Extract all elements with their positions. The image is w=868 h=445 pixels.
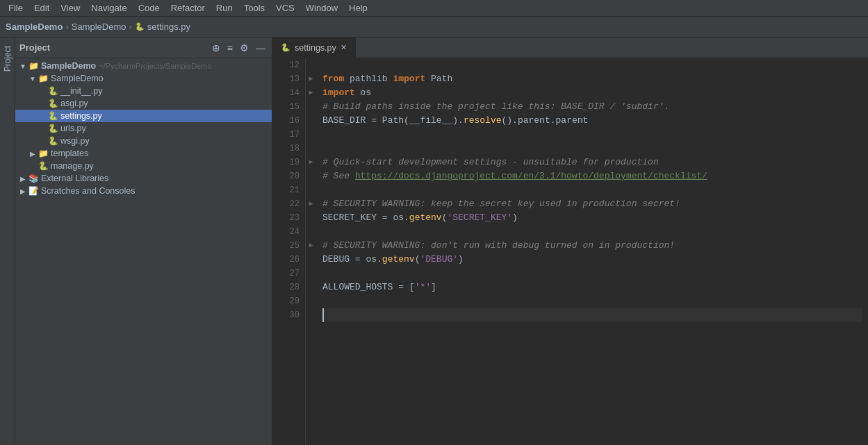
code-line-24 (322, 225, 862, 239)
menu-tools[interactable]: Tools (238, 1, 270, 15)
tree-label-wsgi: wsgi.py (60, 136, 90, 146)
minimize-icon[interactable]: — (254, 41, 268, 55)
tree-label-sampledemo-root: SampleDemo (41, 61, 96, 71)
tab-settings[interactable]: 🐍 settings.py ✕ (272, 37, 356, 58)
menu-help[interactable]: Help (343, 1, 373, 15)
tree-label-init: __init__.py (60, 86, 102, 96)
arrow-sampledemo-inner: ▼ (28, 75, 38, 83)
code-editor[interactable]: 12 13 14 15 16 17 18 19 20 21 22 23 24 2… (272, 58, 868, 445)
menu-vcs[interactable]: VCS (270, 1, 300, 15)
arrow-external: ▶ (18, 175, 28, 183)
menu-navigate[interactable]: Navigate (85, 1, 132, 15)
breadcrumb-folder[interactable]: SampleDemo (72, 22, 126, 32)
ln-17: 17 (278, 128, 300, 142)
code-line-25: # SECURITY WARNING: don't run with debug… (322, 239, 862, 253)
code-line-26: DEBUG = os.getenv('DEBUG') (322, 253, 862, 267)
gutter-15 (306, 100, 316, 114)
line-numbers: 12 13 14 15 16 17 18 19 20 21 22 23 24 2… (272, 58, 306, 445)
breadcrumb-file[interactable]: settings.py (147, 22, 190, 32)
tree-label-external: External Libraries (41, 174, 108, 183)
py-icon-wsgi: 🐍 (47, 136, 58, 146)
gutter-25: ▶ (306, 239, 316, 253)
tree-item-asgi[interactable]: 🐍 asgi.py (15, 97, 272, 110)
tree-item-settings[interactable]: 🐍 settings.py (15, 110, 272, 122)
menu-refactor[interactable]: Refactor (165, 1, 211, 15)
editor-area: 🐍 settings.py ✕ 12 13 14 15 16 17 18 19 … (272, 37, 868, 445)
side-tab-label[interactable]: Project (1, 40, 14, 77)
menu-file[interactable]: File (3, 1, 28, 15)
code-line-22: # SECURITY WARNING: keep the secret key … (322, 197, 862, 211)
py-icon-init: 🐍 (47, 86, 58, 96)
project-header-icons: ⊕ ≡ ⚙ — (210, 41, 268, 55)
gutter-18 (306, 142, 316, 156)
code-line-28: ALLOWED_HOSTS = ['*'] (322, 280, 862, 294)
breadcrumb-file-icon: 🐍 (135, 22, 145, 31)
code-line-30 (322, 308, 862, 322)
project-header: Project ⊕ ≡ ⚙ — (15, 37, 272, 58)
arrow-templates: ▶ (28, 150, 38, 158)
gutter-24 (306, 225, 316, 239)
ln-21: 21 (278, 183, 300, 197)
editor-tabs: 🐍 settings.py ✕ (272, 37, 868, 58)
tree-item-external-libs[interactable]: ▶ 📚 External Libraries (15, 172, 272, 185)
gutter-22: ▶ (306, 197, 316, 211)
ln-26: 26 (278, 253, 300, 267)
py-icon-urls: 🐍 (47, 124, 58, 133)
gutter-14: ▶ (306, 86, 316, 100)
project-tree: ▼ 📁 SampleDemo ~/PycharmProjects/SampleD… (15, 58, 272, 445)
gutter-21 (306, 183, 316, 197)
py-icon-asgi: 🐍 (47, 99, 58, 108)
main-area: Project Project ⊕ ≡ ⚙ — ▼ 📁 SampleDemo ~… (0, 37, 868, 445)
breadcrumb-project[interactable]: SampleDemo (6, 22, 63, 32)
gutter-12 (306, 58, 316, 72)
ln-30: 30 (278, 308, 300, 322)
side-tab[interactable]: Project (0, 37, 15, 445)
folder-icon-templates: 📁 (38, 149, 49, 158)
gutter-17 (306, 128, 316, 142)
menu-run[interactable]: Run (211, 1, 238, 15)
ln-22: 22 (278, 197, 300, 211)
tab-close-button[interactable]: ✕ (341, 43, 347, 52)
tree-item-manage[interactable]: 🐍 manage.py (15, 160, 272, 172)
ln-16: 16 (278, 114, 300, 128)
ln-23: 23 (278, 211, 300, 225)
tree-path: ~/PycharmProjects/SampleDemo (99, 62, 211, 70)
code-content[interactable]: from pathlib import Path import os # Bui… (317, 58, 868, 445)
menu-code[interactable]: Code (133, 1, 165, 15)
expand-icon[interactable]: ⊕ (210, 41, 222, 55)
code-line-29 (322, 294, 862, 308)
menu-view[interactable]: View (55, 1, 85, 15)
tab-label: settings.py (295, 43, 336, 53)
menu-window[interactable]: Window (300, 1, 343, 15)
gutter-29 (306, 294, 316, 308)
tree-label-manage: manage.py (51, 161, 94, 171)
tree-item-wsgi[interactable]: 🐍 wsgi.py (15, 135, 272, 147)
gutter-27 (306, 267, 316, 280)
settings-icon[interactable]: ⚙ (238, 41, 251, 55)
tree-item-sampledemo-root[interactable]: ▼ 📁 SampleDemo ~/PycharmProjects/SampleD… (15, 60, 272, 72)
arrow-sampledemo-root: ▼ (18, 62, 28, 70)
tree-item-scratches[interactable]: ▶ 📝 Scratches and Consoles (15, 185, 272, 197)
code-line-17 (322, 128, 862, 142)
code-line-21 (322, 183, 862, 197)
ln-24: 24 (278, 225, 300, 239)
code-line-20: # See https://docs.djangoproject.com/en/… (322, 169, 862, 183)
gutter-16 (306, 114, 316, 128)
code-line-19: # Quick-start development settings - uns… (322, 156, 862, 169)
gutter-30 (306, 308, 316, 322)
folder-icon-inner: 📁 (38, 74, 49, 83)
py-icon-manage: 🐍 (38, 161, 49, 171)
breadcrumb-sep-1: › (65, 22, 68, 32)
ln-15: 15 (278, 100, 300, 114)
icon-scratches: 📝 (28, 186, 39, 196)
tree-item-templates[interactable]: ▶ 📁 templates (15, 147, 272, 160)
gutter-13: ▶ (306, 72, 316, 86)
tree-item-init-py[interactable]: 🐍 __init__.py (15, 85, 272, 97)
collapse-icon[interactable]: ≡ (225, 41, 235, 55)
tree-item-urls[interactable]: 🐍 urls.py (15, 122, 272, 135)
ln-14: 14 (278, 86, 300, 100)
tree-item-sampledemo-inner[interactable]: ▼ 📁 SampleDemo (15, 72, 272, 85)
breadcrumb: SampleDemo › SampleDemo › 🐍 settings.py (0, 17, 868, 37)
menu-edit[interactable]: Edit (28, 1, 55, 15)
gutter-23 (306, 211, 316, 225)
